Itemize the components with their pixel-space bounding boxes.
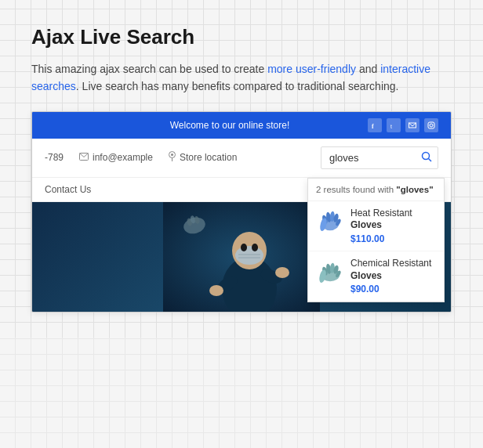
svg-point-28 (235, 246, 263, 265)
svg-point-4 (430, 124, 433, 127)
product-item-2[interactable]: Chemical Resistant Gloves $90.00 (308, 251, 444, 302)
product-name-2: Chemical Resistant Gloves (350, 258, 436, 282)
search-container (321, 146, 438, 169)
topbar-message: Welcome to our online store! (92, 120, 368, 131)
product-item-1[interactable]: Heat Resistant Gloves $110.00 (308, 201, 444, 251)
svg-text:t: t (390, 124, 392, 129)
product-thumb-2 (316, 258, 344, 286)
facebook-icon[interactable]: f (368, 118, 382, 132)
svg-point-29 (241, 244, 247, 251)
nav-left: -789 info@example Store location (45, 151, 237, 164)
hero-illustration (163, 202, 320, 312)
social-icons: f t (368, 118, 438, 132)
product-price-2: $90.00 (350, 284, 436, 294)
user-friendly-link[interactable]: more user-friendly (267, 63, 356, 75)
search-query: "gloves" (396, 185, 433, 194)
page-description: This amazing ajax search can be used to … (31, 60, 452, 96)
product-info-2: Chemical Resistant Gloves $90.00 (350, 258, 436, 294)
svg-point-36 (275, 267, 289, 278)
search-button[interactable] (421, 151, 432, 164)
svg-line-10 (429, 158, 432, 161)
svg-rect-3 (428, 122, 434, 128)
instagram-icon[interactable] (424, 118, 438, 132)
dropdown-header: 2 results found with "gloves" (308, 179, 444, 201)
mail-icon[interactable] (405, 118, 419, 132)
svg-point-8 (171, 154, 173, 156)
location-text: Store location (180, 152, 237, 163)
topbar: Welcome to our online store! f t (32, 112, 451, 139)
nav-bar: -789 info@example Store location (32, 139, 451, 178)
product-thumb-1 (316, 208, 344, 236)
svg-point-30 (252, 244, 258, 251)
page-title: Ajax Live Search (31, 25, 452, 49)
product-info-1: Heat Resistant Gloves $110.00 (350, 208, 436, 244)
location-pin-icon (169, 151, 176, 164)
location-item: Store location (169, 151, 237, 164)
email-item: info@example (79, 152, 153, 163)
contact-us-link[interactable]: Contact Us (45, 184, 91, 195)
phone-number: -789 (45, 152, 64, 163)
search-dropdown: 2 results found with "gloves" (307, 178, 445, 302)
twitter-icon[interactable]: t (387, 118, 401, 132)
store-preview: Welcome to our online store! f t (31, 111, 452, 313)
svg-point-35 (209, 285, 223, 296)
svg-point-9 (423, 152, 430, 159)
product-price-1: $110.00 (350, 233, 436, 244)
svg-text:f: f (372, 123, 374, 129)
email-text: info@example (93, 152, 153, 163)
envelope-icon (79, 152, 89, 163)
product-name-1: Heat Resistant Gloves (350, 208, 436, 232)
